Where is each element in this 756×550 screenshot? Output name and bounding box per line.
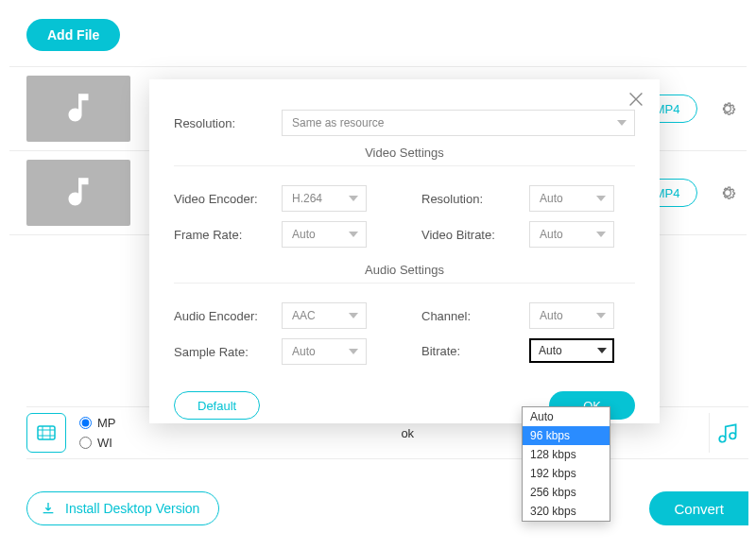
divider xyxy=(9,66,747,67)
bitrate-option[interactable]: 320 kbps xyxy=(523,502,610,521)
video-category-icon[interactable] xyxy=(26,413,66,453)
music-note-icon xyxy=(59,173,98,213)
video-encoder-label: Video Encoder: xyxy=(174,192,268,206)
chevron-down-icon xyxy=(349,313,358,318)
radio-input[interactable] xyxy=(79,437,92,449)
thumbnail xyxy=(26,160,130,226)
select-value: Auto xyxy=(540,228,563,241)
audio-section-title: Audio Settings xyxy=(174,263,635,277)
thumbnail xyxy=(26,76,130,142)
resolution-label: Resolution: xyxy=(174,116,268,130)
bitrate-option[interactable]: 96 kbps xyxy=(523,426,610,445)
radio-label: MP xyxy=(97,416,116,430)
settings-button[interactable] xyxy=(709,183,747,202)
select-value: Auto xyxy=(540,192,563,205)
bitrate-option[interactable]: Auto xyxy=(523,407,610,426)
chevron-down-icon xyxy=(596,232,606,237)
bitrate-option[interactable]: 256 kbps xyxy=(523,483,610,502)
audio-category-icon[interactable] xyxy=(709,413,748,453)
music-note-icon xyxy=(59,89,98,129)
radio-input[interactable] xyxy=(79,417,92,429)
chevron-down-icon xyxy=(597,348,607,353)
bitrate-option[interactable]: 128 kbps xyxy=(523,445,610,464)
install-desktop-button[interactable]: Install Desktop Version xyxy=(26,491,219,525)
settings-button[interactable] xyxy=(709,99,747,118)
chevron-down-icon xyxy=(349,196,358,201)
convert-button[interactable]: Convert xyxy=(649,491,748,525)
video-bitrate-select[interactable]: Auto xyxy=(529,221,614,248)
sample-rate-select[interactable]: Auto xyxy=(282,338,367,365)
channel-select[interactable]: Auto xyxy=(529,302,614,329)
chevron-down-icon xyxy=(349,232,358,237)
chevron-down-icon xyxy=(349,349,358,354)
resolution2-label: Resolution: xyxy=(421,192,516,206)
close-icon xyxy=(626,89,646,110)
strip-text: ok xyxy=(401,426,423,440)
gear-icon xyxy=(718,99,737,118)
default-button[interactable]: Default xyxy=(174,391,260,420)
video-section-title: Video Settings xyxy=(174,146,635,160)
select-value: AAC xyxy=(292,309,316,322)
close-button[interactable] xyxy=(626,89,646,110)
bitrate-dropdown[interactable]: Auto96 kbps128 kbps192 kbps256 kbps320 k… xyxy=(522,406,610,522)
divider xyxy=(174,165,635,166)
install-label: Install Desktop Version xyxy=(65,501,199,516)
bitrate-option[interactable]: 192 kbps xyxy=(523,464,610,483)
chevron-down-icon xyxy=(596,313,606,318)
select-value: Auto xyxy=(292,228,316,241)
select-value: Auto xyxy=(539,344,562,357)
chevron-down-icon xyxy=(596,196,606,201)
frame-rate-label: Frame Rate: xyxy=(174,228,268,242)
frame-rate-select[interactable]: Auto xyxy=(282,221,367,248)
radio-option[interactable]: WI xyxy=(79,436,116,450)
add-file-button[interactable]: Add File xyxy=(26,19,120,51)
sample-rate-label: Sample Rate: xyxy=(174,345,268,359)
bitrate-label: Bitrate: xyxy=(421,344,516,358)
video-bitrate-label: Video Bitrate: xyxy=(421,228,516,242)
select-value: H.264 xyxy=(292,192,322,205)
bitrate-select[interactable]: Auto xyxy=(529,338,614,363)
resolution-select[interactable]: Same as resource xyxy=(282,110,635,136)
video-encoder-select[interactable]: H.264 xyxy=(282,185,367,212)
radio-label: WI xyxy=(97,436,112,450)
select-value: Auto xyxy=(292,345,316,358)
chevron-down-icon xyxy=(617,120,627,126)
audio-encoder-select[interactable]: AAC xyxy=(282,302,367,329)
channel-label: Channel: xyxy=(421,309,516,323)
settings-dialog: Resolution: Same as resource Video Setti… xyxy=(149,79,660,423)
divider xyxy=(174,283,635,284)
download-icon xyxy=(41,501,56,516)
select-value: Auto xyxy=(540,309,563,322)
select-value: Same as resource xyxy=(292,116,384,129)
gear-icon xyxy=(718,183,737,202)
svg-rect-0 xyxy=(38,426,55,439)
radio-option[interactable]: MP xyxy=(79,416,116,430)
resolution2-select[interactable]: Auto xyxy=(529,185,614,212)
audio-encoder-label: Audio Encoder: xyxy=(174,309,268,323)
